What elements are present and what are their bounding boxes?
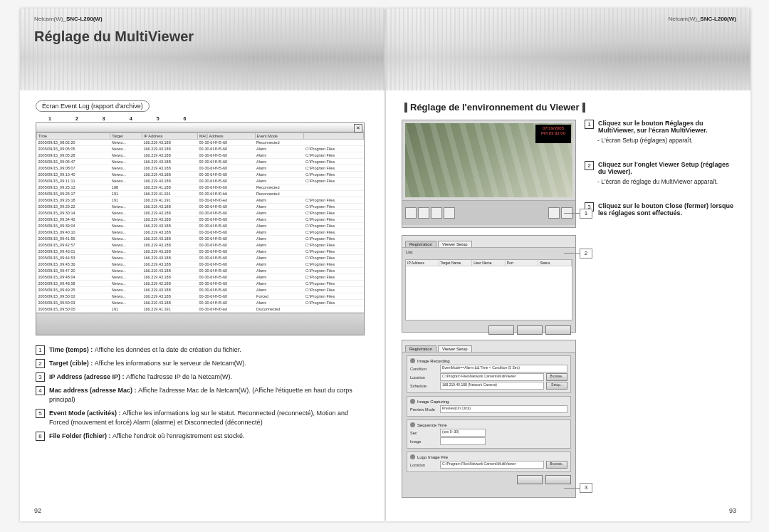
table-row[interactable]: 2005/09/15_09:05:05Netwo...166.219.43.18…: [37, 146, 364, 152]
legend-term: Target (cible) :: [49, 360, 95, 367]
location-field[interactable]: C:\Program Files\Network Camera\MultiVie…: [440, 373, 544, 381]
table-row[interactable]: 2005/09/15_09:25:13188166.219.41.18800-3…: [37, 184, 364, 191]
table-row[interactable]: 2005/09/15_09:49:25Netwo...166.219.43.18…: [37, 287, 364, 293]
cell: Alarm: [255, 223, 304, 229]
callout-1: 1: [580, 209, 592, 219]
browse-button[interactable]: Browse..: [546, 373, 567, 381]
column-header[interactable]: Target: [110, 133, 142, 140]
list-column-header[interactable]: Port: [506, 260, 539, 266]
table-row[interactable]: 2005/09/15_09:45:36Netwo...166.219.43.18…: [37, 261, 364, 268]
logo-location-field[interactable]: C:\Program Files\Network Camera\MultiVie…: [440, 461, 544, 469]
cell: 2005/09/15_09:45:36: [37, 261, 110, 268]
list-column-header[interactable]: User Name: [472, 260, 506, 266]
cell: 2005/09/15_09:44:53: [37, 255, 110, 261]
cell: Reconnected: [255, 140, 304, 146]
list-column-header[interactable]: IP Address: [406, 260, 439, 266]
column-header[interactable]: Event Mode: [255, 133, 304, 140]
dialog-button[interactable]: [517, 325, 543, 335]
table-row[interactable]: 2005/09/15_09:48:58Netwo...166.219.42.18…: [37, 281, 364, 287]
table-row[interactable]: 2005/09/15_09:10:40Netwo...166.219.43.18…: [37, 172, 364, 178]
tab-registration[interactable]: Registration: [405, 241, 436, 247]
table-row[interactable]: 2005/09/15_09:05:28Netwo...166.219.43.18…: [37, 152, 364, 159]
breadcrumb-prefix: Netcam(W)_: [34, 16, 66, 22]
right-body: Réglage de l'environnement du Viewer 07/…: [386, 90, 750, 505]
table-row[interactable]: 2005/09/15_09:39:04Netwo...166.219.43.18…: [37, 223, 364, 229]
table-row[interactable]: 2005/09/15_09:47:20Netwo...166.219.43.18…: [37, 268, 364, 274]
cell: 00-30-6f-ff-f5-60: [197, 261, 255, 268]
column-header[interactable]: MAC Address: [197, 133, 255, 140]
cell: 2005/09/15_09:30:14: [37, 210, 110, 217]
cell: 166.219.41.191: [142, 191, 198, 197]
list-column-header[interactable]: Status: [538, 260, 572, 266]
cell: Alarm: [255, 300, 304, 306]
legend-desc: Affiche l'adresse IP de la Netcam(W).: [126, 373, 232, 380]
dialog-button[interactable]: [488, 325, 514, 335]
cell: 2005/09/15_08:02:20: [37, 140, 110, 146]
condition-field[interactable]: EventMode==Alarm && Time < Condition (5 …: [440, 365, 567, 372]
table-row[interactable]: 2005/09/15_09:48:04Netwo...166.219.43.18…: [37, 274, 364, 281]
ctrl-btn[interactable]: [418, 207, 429, 219]
tab-registration[interactable]: Registration: [405, 345, 436, 352]
time-clock: PM 03:32:00: [535, 131, 571, 136]
table-row[interactable]: 2005/09/15_09:11:11Netwo...166.219.43.18…: [37, 178, 364, 184]
table-row[interactable]: 2005/09/15_09:42:57Netwo...166.219.43.18…: [37, 242, 364, 249]
dialog-button[interactable]: [545, 325, 571, 335]
table-row[interactable]: 2005/09/15_09:41:55Netwo...166.219.43.18…: [37, 236, 364, 242]
ok-button[interactable]: [517, 475, 543, 484]
column-header[interactable]: Time: [37, 133, 110, 140]
table-row[interactable]: 2005/09/15_09:26:18191166.219.41.19100-3…: [37, 197, 364, 204]
cell: 00-30-6f-ff-f5-60: [197, 255, 255, 261]
cell: Alarm: [255, 197, 304, 204]
column-header[interactable]: [304, 133, 364, 140]
table-row[interactable]: 2005/09/15_09:30:14Netwo...166.219.43.18…: [37, 210, 364, 217]
cell: Netwo...: [110, 210, 142, 217]
group-title: Logo Image File: [417, 455, 448, 459]
cell: C:\Program Files: [304, 223, 364, 229]
legend-text: File Folder (fichier) : Affiche l'endroi…: [49, 432, 244, 441]
image-field[interactable]: [440, 437, 486, 445]
cell: 00-30-6f-ff-f5-60: [197, 274, 255, 281]
table-row[interactable]: 2005/09/15_09:44:53Netwo...166.219.43.18…: [37, 255, 364, 261]
cell: 166.219.43.188: [142, 287, 198, 293]
cell: Alarm: [255, 261, 304, 268]
preview-field[interactable]: Preview(On Click): [440, 405, 567, 413]
list-column-header[interactable]: Target Name: [439, 260, 473, 266]
ctrl-btn[interactable]: [548, 207, 560, 219]
table-row[interactable]: 2005/09/15_09:25:17191166.219.41.19100-3…: [37, 191, 364, 197]
cell: 2005/09/15_09:48:58: [37, 281, 110, 287]
legend-number: 4: [36, 386, 45, 395]
screenshot-multiviewer: 07/19/2005 PM 03:32:00 1: [402, 120, 576, 228]
table-row[interactable]: 2005/09/15_09:43:01Netwo...166.219.43.18…: [37, 249, 364, 255]
column-header[interactable]: IP Address: [142, 133, 198, 140]
table-row[interactable]: 2005/09/15_09:08:07Netwo...166.219.43.18…: [37, 165, 364, 172]
close-icon[interactable]: ✕: [354, 124, 362, 132]
cell: 166.219.43.188: [142, 255, 198, 261]
ctrl-btn[interactable]: [405, 207, 417, 219]
cell: 166.219.43.188: [142, 249, 198, 255]
tab-viewer-setup[interactable]: Viewer Setup: [438, 241, 472, 247]
table-row[interactable]: 2005/09/15_09:40:10Netwo...166.219.43.18…: [37, 229, 364, 236]
table-row[interactable]: 2005/09/15_09:29:22Netwo...166.219.43.18…: [37, 204, 364, 210]
table-row[interactable]: 2005/09/15_09:50:05191166.219.41.19100-3…: [37, 306, 364, 313]
table-row[interactable]: 2005/09/15_09:50:02Netwo...166.219.43.18…: [37, 293, 364, 300]
table-row[interactable]: 2005/09/15_09:50:03Netwo...166.219.43.18…: [37, 300, 364, 306]
cell: [304, 140, 364, 146]
setup-button[interactable]: Setup..: [546, 382, 567, 390]
instruction-step: 1Cliquez sur le bouton Réglages du Multi…: [585, 120, 735, 144]
tab-viewer-setup[interactable]: Viewer Setup: [438, 345, 472, 352]
schedule-field[interactable]: 168.219.40.188 (Network Camera): [440, 382, 544, 390]
cell: 166.219.43.188: [142, 146, 198, 152]
browse-button[interactable]: Browse..: [546, 461, 567, 469]
cell: Alarm: [255, 236, 304, 242]
event-window-footer: [36, 313, 364, 335]
cell: C:\Program Files: [304, 261, 364, 268]
table-row[interactable]: 2005/09/15_09:05:47Netwo...166.219.43.18…: [37, 159, 364, 165]
ctrl-btn[interactable]: [431, 207, 442, 219]
ctrl-btn[interactable]: [444, 207, 455, 219]
table-row[interactable]: 2005/09/15_08:02:20Netwo...166.219.43.18…: [37, 140, 364, 146]
cell: 2005/09/15_09:05:28: [37, 152, 110, 159]
step-number: 2: [585, 161, 594, 170]
close-button[interactable]: [545, 475, 571, 484]
table-row[interactable]: 2005/09/15_09:34:42Netwo...166.219.43.18…: [37, 217, 364, 223]
sec-field[interactable]: (sec 5~30): [440, 429, 486, 437]
